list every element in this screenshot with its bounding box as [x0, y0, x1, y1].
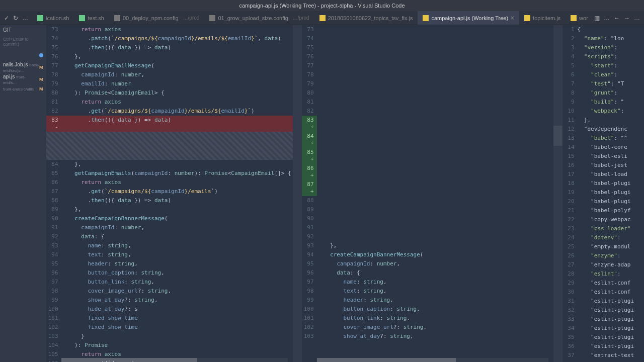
code-line[interactable]: 76 — [302, 52, 553, 61]
code-line[interactable]: 101 button_link: string, — [302, 314, 553, 323]
scm-changed-file[interactable]: nails.Job.js back-end/src/jo…M — [3, 61, 43, 73]
code-line[interactable]: 79 emailId: number — [46, 79, 293, 88]
editor-tab[interactable]: 20180501080622_topics_tsv_fix.js — [314, 11, 418, 25]
code-line[interactable]: 22 "copy-webpac — [562, 215, 644, 224]
code-line[interactable]: 73 return axios — [46, 25, 293, 34]
code-line[interactable]: 91 campaignId: number, — [46, 223, 293, 232]
code-line[interactable]: 27 "enzyme-adap — [562, 260, 644, 269]
code-line[interactable]: 21 "babel-polyf — [562, 206, 644, 215]
code-line[interactable]: 98 text: string, — [302, 287, 553, 296]
code-line[interactable]: 38 "file-loader" — [562, 360, 644, 362]
code-line[interactable]: 35 "eslint-plugi — [562, 333, 644, 342]
code-line[interactable]: 87 .get(`/campaigns/${campaignId}/emails… — [46, 187, 293, 196]
code-line[interactable]: 94 createCampaignBannerMessage( — [302, 250, 553, 259]
code-line[interactable]: 95 campaignId: number, — [302, 259, 553, 268]
nav-fwd-icon[interactable]: → — [624, 15, 630, 22]
code-line[interactable]: 3 "version": — [562, 43, 644, 52]
code-line[interactable]: 92 — [302, 232, 553, 241]
code-line[interactable]: 79 — [302, 79, 553, 88]
more-icon[interactable]: … — [22, 15, 28, 22]
code-line[interactable]: 95 header: string, — [46, 259, 293, 268]
code-line[interactable]: 17 "babel-load — [562, 170, 644, 179]
code-line[interactable]: 80 — [302, 88, 553, 98]
code-line[interactable]: 26 "enzyme": — [562, 251, 644, 260]
code-line[interactable]: 99 show_at_day?: string, — [46, 296, 293, 305]
code-line[interactable]: 78 campaignId: number, — [46, 70, 293, 79]
diff-original-pane[interactable]: 73 return axios74 .patch(`/campaigns/${c… — [46, 25, 293, 362]
code-line[interactable]: 29 "eslint-conf — [562, 279, 644, 288]
code-line[interactable]: 98 cover_image_url?: string, — [46, 287, 293, 296]
code-line[interactable]: 25 "empty-modul — [562, 242, 644, 251]
editor-tab[interactable]: test.sh — [74, 11, 109, 25]
code-line[interactable]: 2 "name": "loo — [562, 34, 644, 43]
code-line[interactable]: 20 "babel-plugi — [562, 197, 644, 206]
code-line[interactable]: 90 createCampaignBannerMessage( — [46, 214, 293, 223]
code-line[interactable]: 13 "babel": "^ — [562, 134, 644, 143]
code-line[interactable]: 97 button_link: string, — [46, 278, 293, 287]
code-line[interactable]: 6 "clean": — [562, 70, 644, 79]
code-line[interactable]: 34 "eslint-plugi — [562, 324, 644, 333]
code-line[interactable]: 82 .get(`/campaigns/${campaignId}/emails… — [46, 107, 293, 116]
code-line[interactable]: 100 button_caption: string, — [302, 305, 553, 314]
code-line[interactable]: 11 }, — [562, 116, 644, 125]
code-line[interactable]: 83 + — [302, 116, 553, 132]
editor-tab[interactable]: wor — [566, 11, 590, 25]
code-line[interactable]: 81 return axios — [46, 98, 293, 107]
minimap[interactable] — [553, 25, 562, 362]
scm-changed-file[interactable]: front-end/src/utilsM — [3, 85, 43, 92]
code-line[interactable]: 104 ): Promise — [46, 341, 293, 350]
code-line[interactable]: 12 "devDependenc — [562, 125, 644, 134]
code-line[interactable]: 19 "babel-plugi — [562, 188, 644, 197]
code-line[interactable]: 85 getCampaignEmails(campaignId: number)… — [46, 169, 293, 178]
code-line[interactable]: 14 "babel-core — [562, 143, 644, 152]
split-editor-icon[interactable]: ▥ — [594, 15, 600, 22]
code-line[interactable]: 78 — [302, 70, 553, 79]
code-line[interactable]: 74 — [302, 34, 553, 43]
code-line[interactable]: 88 .then(({ data }) => data) — [46, 196, 293, 205]
code-line[interactable]: 81 — [302, 98, 553, 107]
code-line[interactable]: 82 — [302, 107, 553, 116]
diff-gutter-overview[interactable] — [293, 25, 302, 362]
more-icon[interactable]: … — [634, 15, 640, 22]
code-line[interactable]: 93 }, — [302, 241, 553, 250]
json-editor-pane[interactable]: 1{2 "name": "loo3 "version":4 "scripts":… — [562, 25, 644, 362]
editor-tab[interactable]: 00_deploy_npm.config…/prod — [109, 11, 205, 25]
code-line[interactable]: 101 fixed_show_time — [46, 314, 293, 323]
code-line[interactable]: 10 "webpack": — [562, 107, 644, 116]
code-line[interactable]: 18 "babel-plugi — [562, 179, 644, 188]
code-line[interactable]: 31 "eslint-plugi — [562, 297, 644, 306]
code-line[interactable]: 80 ): Promise<CampaignEmail> { — [46, 88, 293, 98]
code-line[interactable]: 99 header: string, — [302, 296, 553, 305]
code-line[interactable]: 88 — [302, 196, 553, 205]
code-line[interactable]: 73 — [302, 25, 553, 34]
diff-modified-pane[interactable]: 7374757677787980818283 +84 +85 +86 +87 +… — [302, 25, 553, 362]
code-line[interactable]: 94 text: string, — [46, 250, 293, 259]
code-line[interactable]: 37 "extract-text — [562, 351, 644, 360]
code-line[interactable]: 24 "dotenv": — [562, 233, 644, 242]
code-line[interactable]: 102 fixed_show_time — [46, 323, 293, 332]
code-line[interactable]: 89 }, — [46, 205, 293, 214]
nav-back-icon[interactable]: ← — [614, 15, 620, 22]
code-line[interactable]: 23 "css-loader" — [562, 224, 644, 233]
code-line[interactable]: 96 data: { — [302, 268, 553, 278]
code-line[interactable]: 102 cover_image_url?: string, — [302, 323, 553, 332]
code-line[interactable]: 97 name: string, — [302, 278, 553, 287]
code-line[interactable]: 86 + — [302, 164, 553, 180]
check-icon[interactable]: ✓ — [4, 15, 9, 22]
code-line[interactable]: 30 "eslint-conf — [562, 288, 644, 297]
horizontal-scrollbar[interactable] — [61, 358, 288, 362]
code-line[interactable]: 16 "babel-jest — [562, 161, 644, 170]
editor-tab[interactable]: campaign-api.js (Working Tree)× — [418, 11, 519, 25]
horizontal-scrollbar[interactable] — [317, 358, 548, 362]
code-line[interactable]: 5 "start": — [562, 61, 644, 70]
code-line[interactable]: 7 "test": "T — [562, 79, 644, 88]
code-line[interactable]: 103 } — [46, 332, 293, 341]
code-line[interactable]: 93 name: string, — [46, 241, 293, 250]
code-line[interactable]: 87 + — [302, 180, 553, 196]
code-line[interactable]: 90 — [302, 214, 553, 223]
code-line[interactable]: 4 "scripts": — [562, 52, 644, 61]
code-line[interactable]: 15 "babel-esli — [562, 152, 644, 161]
code-line[interactable]: 8 "grunt": — [562, 88, 644, 98]
close-icon[interactable]: × — [511, 15, 514, 22]
code-line[interactable]: 84 + — [302, 132, 553, 148]
